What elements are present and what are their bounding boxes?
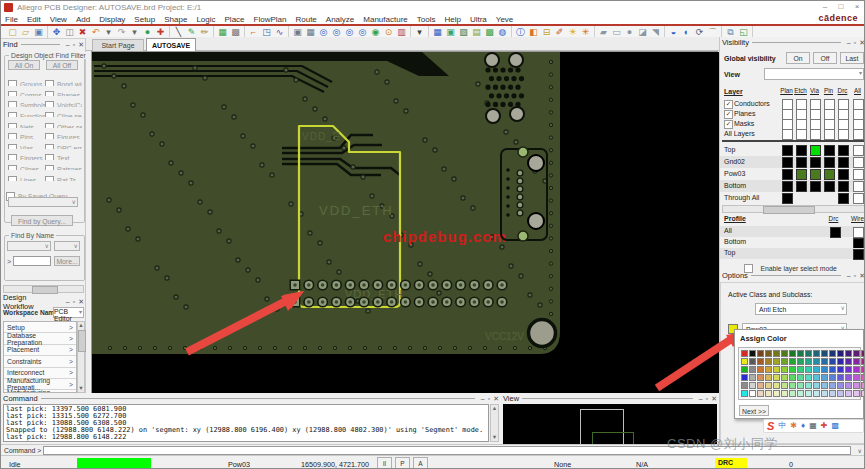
palette-swatch[interactable] (797, 382, 804, 389)
menu-yeve[interactable]: Yeve (496, 15, 514, 24)
palette-swatch[interactable] (845, 358, 852, 365)
menu-view[interactable]: View (50, 15, 67, 24)
palette-swatch[interactable] (781, 366, 788, 373)
workflow-item-placement[interactable]: Placement> (4, 345, 76, 356)
palette-swatch[interactable] (757, 358, 764, 365)
layer-visibility-cell[interactable] (838, 193, 849, 204)
palette-swatch[interactable] (797, 350, 804, 357)
layer-visibility-cell[interactable] (853, 157, 864, 168)
palette-swatch[interactable] (781, 350, 788, 357)
palette-swatch[interactable] (757, 382, 764, 389)
filter-rat-ts[interactable]: Rat Ts (45, 170, 82, 181)
palette-swatch[interactable] (821, 390, 828, 397)
layer-visibility-cell[interactable] (838, 145, 849, 156)
visibility-last-button[interactable]: Last (840, 52, 864, 64)
workflow-panel-titlebar[interactable]: Design Workflow – ▫ ✕ (1, 297, 86, 306)
new-file-icon[interactable]: ▢ (6, 26, 19, 38)
workflow-vscrollbar[interactable]: ▲▼ (77, 321, 85, 393)
pcb-canvas[interactable]: VDD_EVDD_ETHVDD_ETHVCC12Vchipdebug.com (91, 51, 718, 393)
layer-visibility-cell[interactable] (796, 157, 807, 168)
panel-close-icon[interactable]: ✕ (493, 395, 499, 403)
find-by-query-button[interactable]: Find by Query... (11, 215, 73, 226)
palette-swatch[interactable] (861, 390, 865, 397)
layer-visibility-cell[interactable] (782, 181, 793, 192)
view-panel-titlebar[interactable]: View – ▫ ✕ (501, 394, 719, 403)
palette-swatch[interactable] (805, 358, 812, 365)
layer-visibility-cell[interactable] (796, 145, 807, 156)
ime-keyboard-icon[interactable]: ▦ (809, 420, 817, 432)
menu-route[interactable]: Route (295, 15, 316, 24)
palette-swatch[interactable] (773, 366, 780, 373)
palette-swatch[interactable] (829, 350, 836, 357)
panel-minimize-icon[interactable]: – (66, 298, 70, 306)
palette-swatch[interactable] (749, 382, 756, 389)
menu-flowplan[interactable]: FlowPlan (254, 15, 287, 24)
find-name-input[interactable] (13, 256, 51, 266)
palette-swatch[interactable] (781, 374, 788, 381)
palette-swatch[interactable] (765, 366, 772, 373)
palette-swatch[interactable] (837, 382, 844, 389)
layer-visibility-cell[interactable] (782, 145, 793, 156)
next-button[interactable]: Next >> (739, 405, 769, 416)
layer-visibility-cell[interactable] (853, 145, 864, 156)
panel-minimize-icon[interactable]: – (847, 39, 851, 47)
workflow-item-database-preparation[interactable]: Database Preparation> (4, 333, 76, 344)
palette-swatch[interactable] (821, 358, 828, 365)
menu-display[interactable]: Display (99, 15, 125, 24)
visibility-on-button[interactable]: On (786, 52, 810, 64)
palette-swatch[interactable] (829, 358, 836, 365)
palette-swatch[interactable] (797, 358, 804, 365)
palette-swatch[interactable] (741, 358, 748, 365)
copy-icon[interactable]: ◫ (63, 26, 76, 38)
palette-swatch[interactable] (845, 382, 852, 389)
palette-swatch[interactable] (789, 374, 796, 381)
palette-swatch[interactable] (749, 390, 756, 397)
layer-visibility-cell[interactable] (810, 181, 821, 192)
menu-tools[interactable]: Tools (417, 15, 436, 24)
command-log[interactable]: last pick: 13397.500 6081.900last pick: … (3, 404, 489, 442)
palette-swatch[interactable] (773, 390, 780, 397)
tab-autosave[interactable]: AUTOSAVE (146, 38, 196, 51)
palette-swatch[interactable] (829, 366, 836, 373)
filter-shapes[interactable]: Shapes (45, 86, 82, 97)
filter-nets[interactable]: Nets (8, 117, 45, 128)
palette-swatch[interactable] (821, 366, 828, 373)
filter-fingers[interactable]: Fingers (8, 149, 45, 160)
palette-swatch[interactable] (741, 366, 748, 373)
palette-swatch[interactable] (757, 390, 764, 397)
palette-swatch[interactable] (853, 358, 860, 365)
close-icon[interactable]: × (850, 2, 864, 12)
visibility-panel-titlebar[interactable]: Visibility – ▫ ✕ (720, 38, 865, 47)
palette-swatch[interactable] (813, 366, 820, 373)
palette-swatch[interactable] (781, 358, 788, 365)
filter-functions[interactable]: Functions (8, 107, 45, 118)
checkbox-icon[interactable]: ✓ (724, 100, 733, 109)
panel-float-icon[interactable]: ▫ (854, 39, 856, 47)
palette-swatch[interactable] (813, 382, 820, 389)
status-button-p[interactable]: P (395, 457, 410, 469)
status-button-il[interactable]: il (377, 457, 392, 469)
palette-swatch[interactable] (845, 366, 852, 373)
find-panel-titlebar[interactable]: Find – ▫ ✕ (1, 40, 86, 49)
palette-swatch[interactable] (773, 350, 780, 357)
filter-ratsnests[interactable]: Ratsnests (45, 160, 82, 171)
command-vscrollbar[interactable]: ▲▼ (490, 404, 499, 442)
ime-grid-icon[interactable]: ▩ (831, 420, 839, 432)
layer-visibility-cell[interactable] (782, 193, 793, 204)
visibility-col-drc[interactable]: Drc (835, 87, 850, 94)
menu-shape[interactable]: Shape (164, 15, 187, 24)
palette-swatch[interactable] (749, 358, 756, 365)
panel-float-icon[interactable]: ▫ (854, 272, 856, 280)
command-history-dropdown-icon[interactable]: ∨ (858, 447, 862, 454)
layer-visibility-cell[interactable] (810, 145, 821, 156)
menu-logic[interactable]: Logic (196, 15, 215, 24)
palette-swatch[interactable] (781, 382, 788, 389)
tab-start-page[interactable]: Start Page (92, 39, 144, 51)
palette-swatch[interactable] (773, 374, 780, 381)
palette-swatch[interactable] (765, 390, 772, 397)
menu-edit[interactable]: Edit (27, 15, 41, 24)
open-folder-icon[interactable]: ▱ (19, 26, 32, 38)
filter-text[interactable]: Text (45, 149, 82, 160)
checkbox-icon[interactable]: ✓ (724, 120, 733, 129)
drc-indicator[interactable]: DRC (715, 458, 747, 469)
